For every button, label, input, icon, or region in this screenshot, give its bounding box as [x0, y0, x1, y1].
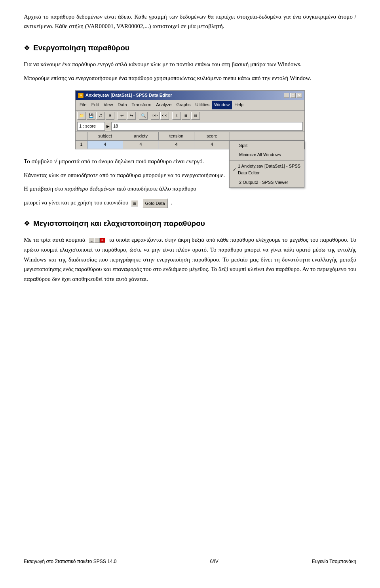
spss-titlebar: S Anxiety.sav [DataSet1] - SPSS Data Edi…	[76, 91, 304, 100]
section1-header: ❖ Ενεργοποίηση παραθύρου	[24, 42, 356, 54]
toolbar-sep2	[137, 112, 138, 120]
menu-file[interactable]: File	[77, 101, 89, 109]
content-area: Αρχικά το παράθυρο δεδομένων είναι άδειο…	[24, 12, 356, 548]
win-ctrl-close: ✕	[100, 238, 105, 243]
spss-layout: subject anxiety tension score 1 4 4 4 4	[76, 132, 304, 149]
toolbar-undo[interactable]: ↩	[118, 112, 126, 120]
spss-window-buttons: _ □ ✕	[284, 93, 302, 98]
window-menu-item2-label: 2 Output2 - SPSS Viewer	[239, 179, 288, 186]
cell-1-1: 4	[87, 141, 123, 149]
menu-graphs[interactable]: Graphs	[174, 101, 193, 109]
toolbar-sep3	[148, 112, 150, 120]
section2-body: Με τα τρία αυτά κουμπιά _ □ ✕ τα οποία ε…	[24, 235, 356, 284]
header-rownum	[76, 132, 87, 141]
header-score: score	[194, 132, 230, 141]
toolbar-find[interactable]: 🔍	[139, 112, 148, 120]
menu-window[interactable]: Window	[212, 101, 232, 109]
toolbar-btn9[interactable]: ⊲⊲	[160, 112, 169, 120]
after-screenshot-line2: Κάνοντας κλικ σε οποιοδήποτε από τα παρά…	[24, 170, 356, 180]
toolbar-sep4	[170, 112, 171, 120]
line3-italic: παράθυρο δεδομένων	[65, 185, 115, 192]
spss-app-icon: S	[78, 93, 84, 98]
page-footer: Εισαγωγή στο Στατιστικό πακέτο SPSS 14.0…	[24, 556, 356, 564]
toolbar-print[interactable]: 🖨	[96, 112, 105, 120]
footer-right: Ευγενία Τσομπανάκη	[312, 559, 356, 564]
maximize-button[interactable]: □	[290, 93, 296, 98]
window-menu-minimize-all[interactable]: Minimize All Windows	[230, 150, 304, 160]
cell-1-3: 4	[159, 141, 194, 149]
window-menu-item2[interactable]: 2 Output2 - SPSS Viewer	[230, 178, 304, 187]
menu-view[interactable]: View	[101, 101, 116, 109]
after-screenshot-line1: Το σύμβολο √ μπροστά από το όνομα δηλώνε…	[24, 157, 356, 166]
window-menu-item1[interactable]: ✓ 1 Anxiety.sav [DataSet1] - SPSS Data E…	[230, 162, 304, 178]
toolbar-sep1	[115, 112, 117, 120]
minimize-button[interactable]: _	[284, 93, 289, 98]
cell-sep: ▶	[106, 123, 110, 130]
goto-data-button[interactable]: Goto Data	[142, 199, 168, 208]
section1-body2: Μπορούμε επίσης να ενεργοποιήσουμε ένα π…	[24, 73, 356, 83]
line4-end: .	[171, 199, 172, 206]
spss-toolbar: 📁 💾 🖨 ⊞ ↩ ↪ 🔍 ⊳⊳ ⊲⊲ Σ ▦ ▤	[76, 111, 304, 121]
toolbar-btn11[interactable]: ▦	[182, 112, 190, 120]
after-screenshot-line3: Η μετάβαση στο παράθυρο δεδομένων από οπ…	[24, 184, 356, 194]
cell-1-4: 4	[194, 141, 230, 149]
close-button[interactable]: ✕	[296, 93, 302, 98]
section1-title: Ενεργοποίηση παραθύρου	[33, 42, 129, 54]
section1-body1: Για να κάνουμε ένα παράθυρο ενεργό απλά …	[24, 59, 356, 69]
line3-end: από οποιοδήποτε άλλο παράθυρο	[115, 185, 196, 192]
spss-menubar: File Edit View Data Transform Analyze Gr…	[76, 100, 304, 111]
header-subject: subject	[87, 132, 123, 141]
spss-titlebar-left: S Anxiety.sav [DataSet1] - SPSS Data Edi…	[78, 92, 172, 99]
menu-data[interactable]: Data	[115, 101, 129, 109]
section2-bullet: ❖	[24, 218, 30, 229]
spss-grid-header: subject anxiety tension score	[76, 132, 304, 141]
goto-data-icon: ⊞	[131, 200, 138, 206]
window-menu-minimize-all-label: Minimize All Windows	[239, 151, 281, 158]
section2-body-rest: τα οποία εμφανίζονται στην άκρη δεξιά απ…	[24, 237, 356, 282]
window-menu-item1-label: 1 Anxiety.sav [DataSet1] - SPSS Data Edi…	[238, 163, 301, 177]
page-container: Αρχικά το παράθυρο δεδομένων είναι άδειο…	[0, 0, 380, 588]
window-menu-sep	[230, 160, 304, 161]
menu-help[interactable]: Help	[232, 101, 246, 109]
menu-transform[interactable]: Transform	[129, 101, 154, 109]
cell-1-2: 4	[123, 141, 159, 149]
section1-bullet: ❖	[24, 42, 30, 54]
toolbar-redo[interactable]: ↪	[127, 112, 136, 120]
after-screenshot-line4: μπορεί να γίνει και με χρήση του εικονιδ…	[24, 198, 356, 208]
toolbar-btn4[interactable]: ⊞	[106, 112, 114, 120]
spss-window-menu: Split Minimize All Windows ✓ 1 Anxiety.s…	[229, 141, 304, 188]
window-menu-split-label: Split	[239, 142, 247, 149]
line3-start: Η μετάβαση στο	[24, 185, 65, 192]
toolbar-btn8[interactable]: ⊳⊳	[151, 112, 160, 120]
win-control-icons: _ □ ✕	[89, 238, 105, 243]
win-ctrl-restore: □	[94, 238, 100, 243]
line4-text: μπορεί να γίνει και με χρήση του εικονιδ…	[24, 199, 128, 206]
cell-ref: 1 : score	[77, 122, 105, 131]
cell-value: 18	[111, 122, 303, 131]
spss-titlebar-text: Anxiety.sav [DataSet1] - SPSS Data Edito…	[86, 92, 172, 99]
check-item1: ✓	[233, 166, 236, 174]
section2-header: ❖ Μεγιστοποίηση και ελαχιστοποίηση παραθ…	[24, 218, 356, 229]
spss-screenshot: S Anxiety.sav [DataSet1] - SPSS Data Edi…	[75, 90, 305, 149]
toolbar-open[interactable]: 📁	[77, 112, 86, 120]
section2-body-start: Με τα τρία αυτά κουμπιά	[24, 237, 87, 243]
header-anxiety: anxiety	[123, 132, 159, 141]
toolbar-btn10[interactable]: Σ	[172, 112, 181, 120]
menu-edit[interactable]: Edit	[89, 101, 101, 109]
header-tension: tension	[159, 132, 194, 141]
section2-title: Μεγιστοποίηση και ελαχιστοποίηση παραθύρ…	[33, 218, 205, 229]
win-ctrl-minimize: _	[89, 238, 94, 243]
rownum-1: 1	[76, 141, 87, 149]
spss-cell-bar: 1 : score ▶ 18	[76, 121, 304, 132]
intro-paragraph: Αρχικά το παράθυρο δεδομένων είναι άδειο…	[24, 12, 356, 31]
footer-left: Εισαγωγή στο Στατιστικό πακέτο SPSS 14.0	[24, 559, 117, 564]
footer-center: 6/IV	[210, 559, 218, 564]
menu-utilities[interactable]: Utilities	[193, 101, 212, 109]
menu-analyze[interactable]: Analyze	[154, 101, 174, 109]
toolbar-save[interactable]: 💾	[87, 112, 95, 120]
window-menu-split[interactable]: Split	[230, 141, 304, 151]
toolbar-btn12[interactable]: ▤	[191, 112, 200, 120]
